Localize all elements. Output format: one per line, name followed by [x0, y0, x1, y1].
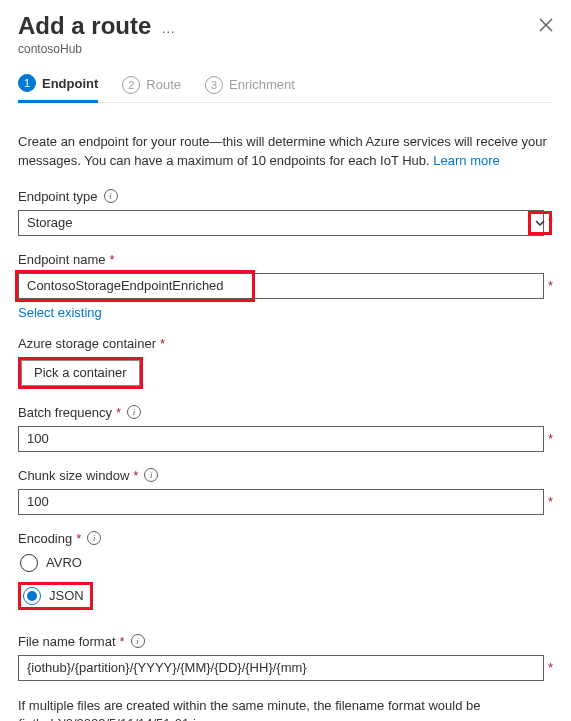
- wizard-steps: 1 Endpoint 2 Route 3 Enrichment: [18, 74, 553, 103]
- encoding-label: Encoding: [18, 531, 72, 546]
- batch-frequency-input[interactable]: [18, 426, 544, 452]
- chunk-size-input[interactable]: [18, 489, 544, 515]
- step-route[interactable]: 2 Route: [122, 74, 181, 103]
- encoding-avro-radio[interactable]: AVRO: [18, 552, 88, 574]
- required-indicator: *: [76, 531, 81, 546]
- highlight-annotation: Pick a container: [18, 357, 143, 389]
- endpoint-type-chevron[interactable]: [528, 211, 552, 235]
- close-icon: [539, 18, 553, 32]
- required-indicator: *: [116, 405, 121, 420]
- info-icon[interactable]: i: [131, 634, 145, 648]
- more-actions-icon[interactable]: …: [161, 16, 176, 36]
- required-indicator: *: [109, 252, 114, 267]
- step-number-icon: 1: [18, 74, 36, 92]
- filename-footnote: If multiple files are created within the…: [18, 697, 553, 721]
- info-icon[interactable]: i: [127, 405, 141, 419]
- endpoint-name-input[interactable]: [18, 273, 544, 299]
- endpoint-type-select[interactable]: Storage: [18, 210, 544, 236]
- filename-format-input[interactable]: [18, 655, 544, 681]
- encoding-avro-label: AVRO: [46, 555, 82, 570]
- batch-frequency-label: Batch frequency: [18, 405, 112, 420]
- encoding-json-radio[interactable]: JSON: [18, 582, 93, 610]
- step-label: Endpoint: [42, 76, 98, 91]
- info-icon[interactable]: i: [144, 468, 158, 482]
- endpoint-name-label: Endpoint name: [18, 252, 105, 267]
- required-indicator: *: [133, 468, 138, 483]
- endpoint-type-label: Endpoint type: [18, 189, 98, 204]
- learn-more-link[interactable]: Learn more: [433, 153, 499, 168]
- required-indicator: *: [548, 431, 553, 446]
- page-title: Add a route: [18, 12, 151, 40]
- storage-container-label: Azure storage container: [18, 336, 156, 351]
- subtitle: contosoHub: [18, 42, 553, 56]
- chunk-size-label: Chunk size window: [18, 468, 129, 483]
- radio-icon: [23, 587, 41, 605]
- step-enrichment[interactable]: 3 Enrichment: [205, 74, 295, 103]
- step-label: Route: [146, 77, 181, 92]
- required-indicator: *: [548, 660, 553, 675]
- intro-text: Create an endpoint for your route—this w…: [18, 133, 553, 171]
- pick-container-button[interactable]: Pick a container: [21, 360, 140, 386]
- required-indicator: *: [120, 634, 125, 649]
- step-number-icon: 3: [205, 76, 223, 94]
- info-icon[interactable]: i: [87, 531, 101, 545]
- select-existing-link[interactable]: Select existing: [18, 305, 102, 320]
- info-icon[interactable]: i: [104, 189, 118, 203]
- required-indicator: *: [160, 336, 165, 351]
- required-indicator: *: [548, 278, 553, 293]
- chevron-down-icon: [534, 217, 546, 229]
- step-number-icon: 2: [122, 76, 140, 94]
- required-indicator: *: [548, 494, 553, 509]
- step-endpoint[interactable]: 1 Endpoint: [18, 74, 98, 103]
- step-label: Enrichment: [229, 77, 295, 92]
- radio-icon: [20, 554, 38, 572]
- encoding-json-label: JSON: [49, 588, 84, 603]
- close-button[interactable]: [539, 18, 553, 35]
- filename-format-label: File name format: [18, 634, 116, 649]
- endpoint-type-value: Storage: [27, 215, 73, 230]
